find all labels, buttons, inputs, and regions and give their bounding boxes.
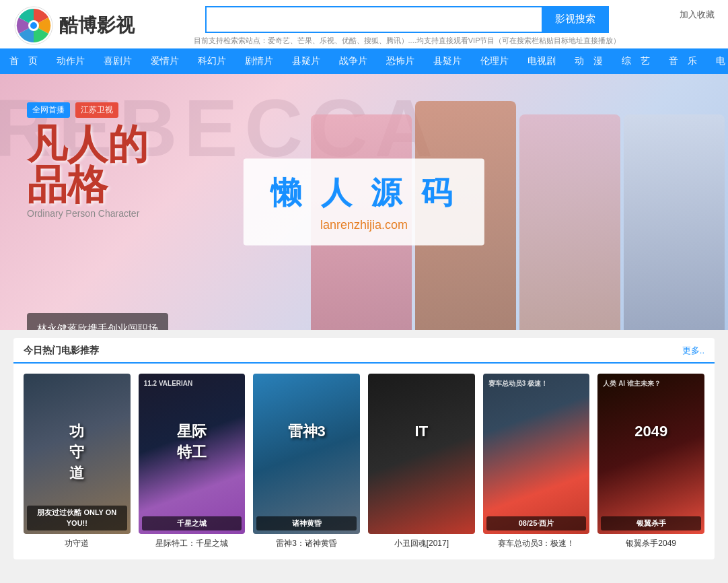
nav-item[interactable]: 伦理片 (471, 48, 518, 74)
movie-card[interactable]: 功 守 道朋友过过伙酷 ONLY ON YOU!! 功守道 (24, 374, 131, 549)
banner-title-part1: 凡人的 (27, 125, 168, 165)
nav-item[interactable]: 电 视 (706, 48, 728, 74)
poster-bottom-text: 诸神黄昏 (256, 516, 357, 530)
badge-tv: 江苏卫视 (75, 102, 118, 118)
hot-section: 今日热门电影推荐 更多.. 功 守 道朋友过过伙酷 ONLY ON YOU!! … (13, 338, 715, 559)
header: 酷博影视 影视搜索 目前支持检索索站点：爱奇艺、芒果、乐视、优酷、搜狐、腾讯）.… (0, 0, 728, 48)
movie-title: 小丑回魂[2017] (368, 538, 475, 549)
nav-item[interactable]: 战争片 (330, 48, 377, 74)
banner: REBECCA 全网首播 江苏卫视 凡人的 品格 Ordinary Person… (0, 74, 728, 330)
poster-top-text: 赛车总动员3 极速！ (488, 379, 585, 388)
bookmark-link[interactable]: 加入收藏 (680, 5, 715, 21)
nav-item[interactable]: 恐怖片 (377, 48, 424, 74)
banner-desc-line1: 林永健蒋欣携手创业闯职场 (37, 320, 158, 330)
movie-card[interactable]: 人类 AI 谁主未来？2049银翼杀手银翼杀手2049 (597, 374, 704, 549)
poster-bottom-text: 银翼杀手 (601, 516, 701, 530)
nav-item[interactable]: 县疑片 (424, 48, 471, 74)
watermark-en: lanrenzhijia.com (270, 218, 458, 232)
poster-top-text: 人类 AI 谁主未来？ (603, 379, 699, 388)
nav-item[interactable]: 剧情片 (235, 48, 283, 74)
movie-title: 功守道 (24, 538, 131, 549)
poster-top-text: 11.2 VALERIAN (144, 379, 240, 388)
nav-item[interactable]: 动 漫 (565, 48, 612, 74)
movie-grid: 功 守 道朋友过过伙酷 ONLY ON YOU!! 功守道11.2 VALERI… (13, 364, 715, 549)
person-4 (624, 114, 725, 330)
search-input[interactable] (205, 6, 542, 33)
badge-broadcast: 全网首播 (27, 102, 70, 118)
banner-title-part2: 品格 (27, 165, 168, 205)
nav-item[interactable]: 综 艺 (612, 48, 659, 74)
search-row: 影视搜索 (205, 6, 609, 33)
banner-badges: 全网首播 江苏卫视 (27, 102, 168, 118)
watermark-cn: 懒 人 源 码 (270, 172, 458, 214)
banner-left: 全网首播 江苏卫视 凡人的 品格 Ordinary Person Charact… (27, 94, 168, 330)
section-title: 今日热门电影推荐 (24, 345, 99, 357)
nav-item[interactable]: 县疑片 (283, 48, 330, 74)
watermark: 懒 人 源 码 lanrenzhijia.com (244, 159, 484, 246)
movie-card[interactable]: 11.2 VALERIAN星际 特工千星之城星际特工：千星之城 (139, 374, 246, 549)
movie-card[interactable]: 雷神3诸神黄昏雷神3：诸神黄昏 (253, 374, 360, 549)
nav-item[interactable]: 电视剧 (518, 48, 565, 74)
movie-title: 星际特工：千星之城 (139, 538, 246, 549)
poster-bottom-text: 千星之城 (142, 516, 242, 530)
poster-big-text: 星际 特工 (177, 421, 207, 463)
poster-big-text: IT (415, 421, 429, 442)
person-3 (519, 114, 620, 330)
movie-title: 银翼杀手2049 (597, 538, 704, 549)
banner-desc: 林永健蒋欣携手创业闯职场 每晚24点更新1或2集 (27, 313, 168, 330)
nav-item[interactable]: 音 乐 (659, 48, 706, 74)
banner-subtitle: Ordinary Person Character (27, 208, 168, 219)
nav-item[interactable]: 科幻片 (188, 48, 235, 74)
logo-icon (13, 5, 54, 46)
poster-bottom-text: 08/25·西片 (486, 516, 587, 530)
svg-point-2 (30, 22, 37, 29)
poster-big-text: 功 守 道 (69, 421, 84, 483)
logo-area: 酷博影视 (13, 5, 135, 46)
poster-big-text: 2049 (634, 421, 667, 442)
movie-title: 雷神3：诸神黄昏 (253, 538, 360, 549)
nav-item[interactable]: 动作片 (47, 48, 94, 74)
nav-item[interactable]: 喜剧片 (94, 48, 141, 74)
movie-title: 赛车总动员3：极速！ (483, 538, 590, 549)
nav-bar: 首 页动作片喜剧片爱情片科幻片剧情片县疑片战争片恐怖片县疑片伦理片电视剧动 漫综… (0, 48, 728, 74)
poster-bottom-text: 朋友过过伙酷 ONLY ON YOU!! (27, 506, 127, 530)
movie-card[interactable]: IT小丑回魂[2017] (368, 374, 475, 549)
search-area: 影视搜索 目前支持检索索站点：爱奇艺、芒果、乐视、优酷、搜狐、腾讯）....均支… (155, 6, 659, 46)
section-more-link[interactable]: 更多.. (682, 345, 704, 357)
poster-big-text: 雷神3 (288, 421, 326, 442)
logo-text: 酷博影视 (59, 13, 135, 38)
section-header: 今日热门电影推荐 更多.. (13, 338, 715, 364)
search-button[interactable]: 影视搜索 (542, 6, 609, 33)
movie-card[interactable]: 赛车总动员3 极速！08/25·西片赛车总动员3：极速！ (483, 374, 590, 549)
nav-item[interactable]: 爱情片 (141, 48, 188, 74)
nav-item[interactable]: 首 页 (0, 48, 47, 74)
search-hint: 目前支持检索索站点：爱奇艺、芒果、乐视、优酷、搜狐、腾讯）....均支持直接观看… (194, 36, 621, 46)
